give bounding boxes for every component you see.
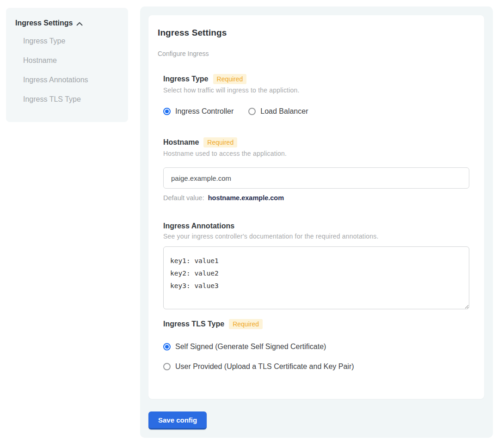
ingress-type-label: Ingress Type — [163, 75, 209, 83]
settings-sidebar: Ingress Settings Ingress Type Hostname I… — [6, 8, 128, 122]
ingress-settings-card: Ingress Settings Configure Ingress Ingre… — [148, 15, 484, 399]
radio-button[interactable] — [248, 108, 256, 115]
section-hostname: Hostname Required Hostname used to acces… — [163, 137, 469, 202]
sidebar-item-hostname[interactable]: Hostname — [23, 56, 119, 66]
hostname-default-line: Default value: hostname.example.com — [163, 194, 469, 202]
sidebar-item-ingress-annotations[interactable]: Ingress Annotations — [23, 76, 119, 85]
radio-option-self-signed[interactable]: Self Signed (Generate Self Signed Certif… — [163, 343, 469, 351]
hostname-label: Hostname — [163, 138, 199, 147]
main-panel: Ingress Settings Configure Ingress Ingre… — [140, 6, 493, 438]
save-config-button[interactable]: Save config — [148, 411, 207, 430]
sidebar-section-header[interactable]: Ingress Settings — [15, 19, 119, 27]
required-badge: Required — [213, 74, 247, 84]
radio-option-user-provided[interactable]: User Provided (Upload a TLS Certificate … — [163, 362, 469, 371]
section-ingress-annotations: Ingress Annotations See your ingress con… — [163, 222, 469, 309]
radio-label: User Provided (Upload a TLS Certificate … — [175, 362, 354, 371]
required-badge: Required — [229, 319, 263, 329]
ingress-type-options: Ingress Controller Load Balancer — [163, 107, 469, 116]
radio-label: Ingress Controller — [175, 107, 234, 116]
ingress-settings-form: Ingress Type Required Select how traffic… — [163, 74, 469, 371]
default-value-text: hostname.example.com — [208, 194, 284, 202]
radio-option-ingress-controller[interactable]: Ingress Controller — [163, 107, 234, 116]
section-ingress-tls-type: Ingress TLS Type Required Self Signed (G… — [163, 319, 469, 371]
annotations-label: Ingress Annotations — [163, 222, 234, 230]
sidebar-section-title: Ingress Settings — [15, 19, 73, 27]
radio-button[interactable] — [163, 363, 171, 370]
sidebar-item-ingress-tls-type[interactable]: Ingress TLS Type — [23, 95, 119, 104]
hostname-input[interactable] — [163, 167, 469, 189]
required-badge: Required — [203, 137, 237, 147]
tls-type-label: Ingress TLS Type — [163, 320, 224, 328]
page-subtitle: Configure Ingress — [158, 50, 469, 57]
radio-option-load-balancer[interactable]: Load Balancer — [248, 107, 308, 116]
hostname-help: Hostname used to access the application. — [163, 150, 469, 157]
annotations-textarea[interactable]: key1: value1 key2: value2 key3: value3 — [163, 246, 469, 309]
default-value-prefix: Default value: — [163, 194, 204, 202]
radio-label: Load Balancer — [260, 107, 308, 116]
annotations-help: See your ingress controller's documentat… — [163, 233, 469, 240]
tls-type-options: Self Signed (Generate Self Signed Certif… — [163, 343, 469, 371]
radio-button[interactable] — [163, 343, 171, 350]
radio-button[interactable] — [163, 108, 171, 115]
chevron-up-icon — [76, 22, 83, 26]
sidebar-nav: Ingress Type Hostname Ingress Annotation… — [23, 37, 119, 104]
ingress-type-help: Select how traffic will ingress to the a… — [163, 86, 469, 94]
section-ingress-type: Ingress Type Required Select how traffic… — [163, 74, 469, 116]
page-title: Ingress Settings — [158, 28, 469, 38]
sidebar-item-ingress-type[interactable]: Ingress Type — [23, 37, 119, 46]
radio-label: Self Signed (Generate Self Signed Certif… — [175, 343, 326, 351]
